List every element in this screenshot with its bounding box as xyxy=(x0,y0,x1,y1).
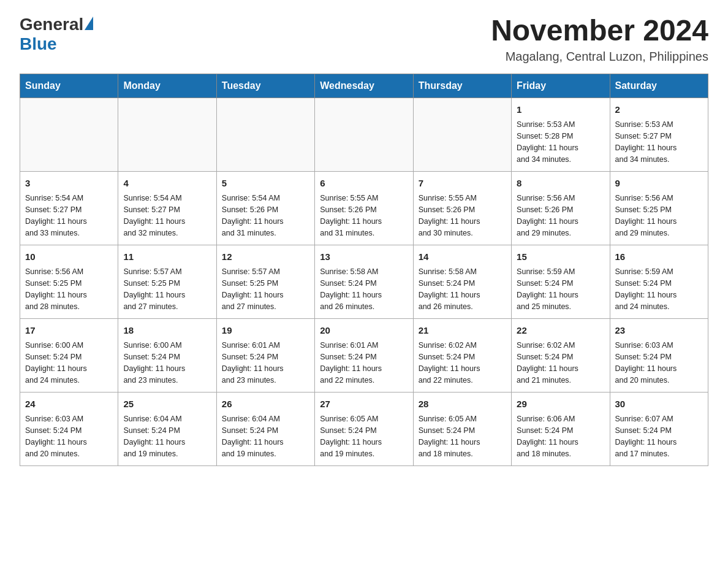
weekday-header-sunday: Sunday xyxy=(20,74,118,98)
calendar-cell: 30Sunrise: 6:07 AM Sunset: 5:24 PM Dayli… xyxy=(610,392,708,465)
day-number: 12 xyxy=(222,250,309,264)
day-info: Sunrise: 5:54 AM Sunset: 5:26 PM Dayligh… xyxy=(222,194,284,237)
calendar-cell: 20Sunrise: 6:01 AM Sunset: 5:24 PM Dayli… xyxy=(315,318,413,392)
day-info: Sunrise: 6:04 AM Sunset: 5:24 PM Dayligh… xyxy=(123,415,185,458)
day-info: Sunrise: 5:53 AM Sunset: 5:27 PM Dayligh… xyxy=(615,120,677,163)
day-info: Sunrise: 5:58 AM Sunset: 5:24 PM Dayligh… xyxy=(419,267,480,310)
calendar-cell: 9Sunrise: 5:56 AM Sunset: 5:25 PM Daylig… xyxy=(610,171,708,245)
day-number: 20 xyxy=(320,324,408,338)
logo-triangle-icon xyxy=(85,17,93,30)
day-info: Sunrise: 6:03 AM Sunset: 5:24 PM Dayligh… xyxy=(25,415,87,458)
day-number: 16 xyxy=(615,250,703,264)
calendar-cell: 27Sunrise: 6:05 AM Sunset: 5:24 PM Dayli… xyxy=(315,392,413,465)
calendar-cell: 19Sunrise: 6:01 AM Sunset: 5:24 PM Dayli… xyxy=(216,318,314,392)
calendar-cell: 5Sunrise: 5:54 AM Sunset: 5:26 PM Daylig… xyxy=(216,171,314,245)
day-number: 13 xyxy=(320,250,408,264)
day-number: 18 xyxy=(123,324,211,338)
calendar-cell: 3Sunrise: 5:54 AM Sunset: 5:27 PM Daylig… xyxy=(20,171,118,245)
day-number: 19 xyxy=(222,324,309,338)
calendar-cell: 16Sunrise: 5:59 AM Sunset: 5:24 PM Dayli… xyxy=(610,245,708,318)
day-number: 21 xyxy=(419,324,506,338)
calendar-cell: 12Sunrise: 5:57 AM Sunset: 5:25 PM Dayli… xyxy=(216,245,314,318)
calendar-cell: 29Sunrise: 6:06 AM Sunset: 5:24 PM Dayli… xyxy=(512,392,610,465)
logo-blue-text: Blue xyxy=(20,34,57,54)
day-number: 7 xyxy=(419,177,506,191)
calendar-cell: 26Sunrise: 6:04 AM Sunset: 5:24 PM Dayli… xyxy=(216,392,314,465)
day-info: Sunrise: 5:58 AM Sunset: 5:24 PM Dayligh… xyxy=(320,267,382,310)
day-number: 30 xyxy=(615,397,703,412)
weekday-header-saturday: Saturday xyxy=(610,74,708,98)
day-info: Sunrise: 5:53 AM Sunset: 5:28 PM Dayligh… xyxy=(517,120,578,163)
day-number: 27 xyxy=(320,397,408,412)
day-info: Sunrise: 5:59 AM Sunset: 5:24 PM Dayligh… xyxy=(517,267,578,310)
location-text: Magalang, Central Luzon, Philippines xyxy=(491,50,708,64)
calendar-cell: 6Sunrise: 5:55 AM Sunset: 5:26 PM Daylig… xyxy=(315,171,413,245)
weekday-header-monday: Monday xyxy=(118,74,216,98)
day-number: 17 xyxy=(25,324,113,338)
day-info: Sunrise: 6:02 AM Sunset: 5:24 PM Dayligh… xyxy=(419,341,480,384)
day-info: Sunrise: 5:56 AM Sunset: 5:25 PM Dayligh… xyxy=(25,267,87,310)
day-number: 29 xyxy=(517,397,604,412)
calendar-cell xyxy=(413,98,511,171)
day-number: 14 xyxy=(419,250,506,264)
day-number: 5 xyxy=(222,177,309,191)
day-info: Sunrise: 6:04 AM Sunset: 5:24 PM Dayligh… xyxy=(222,415,284,458)
calendar-cell: 18Sunrise: 6:00 AM Sunset: 5:24 PM Dayli… xyxy=(118,318,216,392)
calendar-cell: 24Sunrise: 6:03 AM Sunset: 5:24 PM Dayli… xyxy=(20,392,118,465)
calendar-cell: 4Sunrise: 5:54 AM Sunset: 5:27 PM Daylig… xyxy=(118,171,216,245)
day-info: Sunrise: 5:55 AM Sunset: 5:26 PM Dayligh… xyxy=(320,194,382,237)
weekday-header-friday: Friday xyxy=(512,74,610,98)
month-title: November 2024 xyxy=(491,15,708,47)
day-info: Sunrise: 5:54 AM Sunset: 5:27 PM Dayligh… xyxy=(123,194,185,237)
day-info: Sunrise: 5:56 AM Sunset: 5:26 PM Dayligh… xyxy=(517,194,578,237)
logo-general-text: General xyxy=(20,15,83,34)
weekday-header-wednesday: Wednesday xyxy=(315,74,413,98)
day-number: 28 xyxy=(419,397,506,412)
day-info: Sunrise: 5:59 AM Sunset: 5:24 PM Dayligh… xyxy=(615,267,677,310)
calendar-cell: 1Sunrise: 5:53 AM Sunset: 5:28 PM Daylig… xyxy=(512,98,610,171)
calendar-cell: 10Sunrise: 5:56 AM Sunset: 5:25 PM Dayli… xyxy=(20,245,118,318)
day-number: 22 xyxy=(517,324,604,338)
day-info: Sunrise: 6:06 AM Sunset: 5:24 PM Dayligh… xyxy=(517,415,578,458)
page-header: General Blue November 2024 Magalang, Cen… xyxy=(20,15,708,64)
calendar-cell: 7Sunrise: 5:55 AM Sunset: 5:26 PM Daylig… xyxy=(413,171,511,245)
day-info: Sunrise: 6:05 AM Sunset: 5:24 PM Dayligh… xyxy=(419,415,480,458)
day-number: 8 xyxy=(517,177,604,191)
day-number: 24 xyxy=(25,397,113,412)
calendar-cell xyxy=(20,98,118,171)
day-number: 23 xyxy=(615,324,703,338)
calendar-cell xyxy=(315,98,413,171)
calendar-cell: 22Sunrise: 6:02 AM Sunset: 5:24 PM Dayli… xyxy=(512,318,610,392)
weekday-header-tuesday: Tuesday xyxy=(216,74,314,98)
title-block: November 2024 Magalang, Central Luzon, P… xyxy=(491,15,708,64)
calendar-cell: 15Sunrise: 5:59 AM Sunset: 5:24 PM Dayli… xyxy=(512,245,610,318)
calendar-cell: 25Sunrise: 6:04 AM Sunset: 5:24 PM Dayli… xyxy=(118,392,216,465)
calendar-cell xyxy=(118,98,216,171)
day-info: Sunrise: 5:56 AM Sunset: 5:25 PM Dayligh… xyxy=(615,194,677,237)
logo: General Blue xyxy=(20,15,93,54)
day-number: 9 xyxy=(615,177,703,191)
day-info: Sunrise: 6:02 AM Sunset: 5:24 PM Dayligh… xyxy=(517,341,578,384)
day-info: Sunrise: 6:00 AM Sunset: 5:24 PM Dayligh… xyxy=(123,341,185,384)
day-number: 6 xyxy=(320,177,408,191)
calendar-cell: 17Sunrise: 6:00 AM Sunset: 5:24 PM Dayli… xyxy=(20,318,118,392)
weekday-header-thursday: Thursday xyxy=(413,74,511,98)
day-number: 2 xyxy=(615,103,703,117)
day-info: Sunrise: 6:07 AM Sunset: 5:24 PM Dayligh… xyxy=(615,415,677,458)
day-info: Sunrise: 6:03 AM Sunset: 5:24 PM Dayligh… xyxy=(615,341,677,384)
day-number: 1 xyxy=(517,103,604,117)
day-info: Sunrise: 5:55 AM Sunset: 5:26 PM Dayligh… xyxy=(419,194,480,237)
calendar-cell: 23Sunrise: 6:03 AM Sunset: 5:24 PM Dayli… xyxy=(610,318,708,392)
day-info: Sunrise: 6:05 AM Sunset: 5:24 PM Dayligh… xyxy=(320,415,382,458)
calendar-cell: 8Sunrise: 5:56 AM Sunset: 5:26 PM Daylig… xyxy=(512,171,610,245)
day-info: Sunrise: 5:54 AM Sunset: 5:27 PM Dayligh… xyxy=(25,194,87,237)
day-info: Sunrise: 6:00 AM Sunset: 5:24 PM Dayligh… xyxy=(25,341,87,384)
calendar-cell: 13Sunrise: 5:58 AM Sunset: 5:24 PM Dayli… xyxy=(315,245,413,318)
day-info: Sunrise: 5:57 AM Sunset: 5:25 PM Dayligh… xyxy=(123,267,185,310)
day-number: 3 xyxy=(25,177,113,191)
day-number: 10 xyxy=(25,250,113,264)
calendar-cell: 21Sunrise: 6:02 AM Sunset: 5:24 PM Dayli… xyxy=(413,318,511,392)
calendar-cell xyxy=(216,98,314,171)
day-number: 26 xyxy=(222,397,309,412)
day-number: 11 xyxy=(123,250,211,264)
